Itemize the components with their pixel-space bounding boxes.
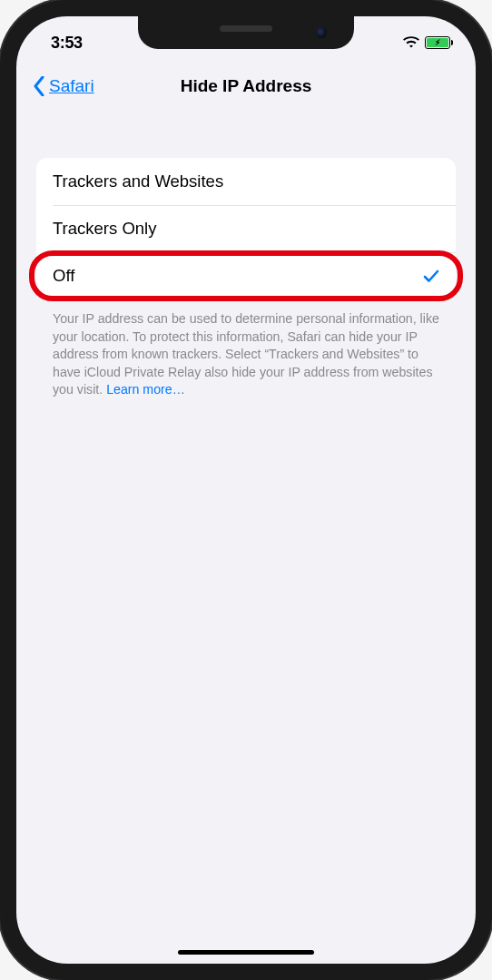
options-list: Trackers and Websites Trackers Only Off — [36, 158, 456, 299]
battery-fill: ⚡︎ — [427, 38, 448, 47]
battery-icon: ⚡︎ — [425, 36, 450, 49]
content-area: Trackers and Websites Trackers Only Off … — [16, 111, 476, 399]
speaker-grille — [220, 25, 272, 32]
option-trackers-only[interactable]: Trackers Only — [36, 205, 456, 252]
notch — [138, 16, 354, 49]
status-time: 3:53 — [51, 34, 83, 53]
front-camera — [316, 27, 327, 38]
charging-bolt-icon: ⚡︎ — [435, 39, 440, 47]
back-label: Safari — [49, 76, 94, 96]
option-off[interactable]: Off — [36, 252, 456, 299]
option-label: Trackers and Websites — [53, 172, 223, 191]
back-button[interactable]: Safari — [33, 76, 94, 96]
home-indicator[interactable] — [178, 950, 314, 955]
checkmark-icon — [423, 268, 439, 284]
screen: 3:53 ⚡︎ Safari Hide IP Address — [16, 16, 476, 964]
option-label: Trackers Only — [53, 219, 156, 239]
wifi-icon — [403, 36, 419, 49]
learn-more-link[interactable]: Learn more… — [106, 382, 185, 397]
phone-frame: 3:53 ⚡︎ Safari Hide IP Address — [0, 0, 492, 980]
navigation-bar: Safari Hide IP Address — [16, 62, 476, 111]
footer-description: Your IP address can be used to determine… — [36, 299, 456, 399]
option-trackers-and-websites[interactable]: Trackers and Websites — [36, 158, 456, 205]
status-icons: ⚡︎ — [403, 36, 450, 49]
chevron-left-icon — [33, 76, 45, 96]
page-title: Hide IP Address — [181, 76, 312, 96]
option-label: Off — [53, 266, 74, 286]
